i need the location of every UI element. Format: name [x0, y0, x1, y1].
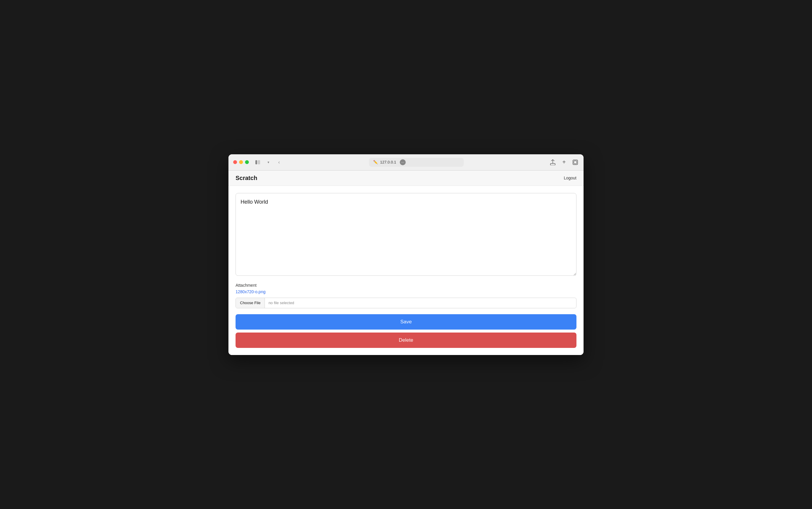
- logout-button[interactable]: Logout: [564, 176, 576, 180]
- more-button[interactable]: ···: [400, 159, 406, 165]
- save-button[interactable]: Save: [236, 314, 576, 330]
- svg-rect-0: [255, 160, 257, 164]
- share-button[interactable]: [549, 159, 556, 166]
- new-tab-button[interactable]: +: [560, 159, 568, 166]
- browser-controls: ▾ ‹: [254, 159, 283, 166]
- browser-actions: +: [549, 159, 579, 166]
- sidebar-toggle-button[interactable]: [254, 159, 262, 166]
- delete-button[interactable]: Delete: [236, 333, 576, 348]
- svg-rect-3: [574, 161, 577, 164]
- minimize-button[interactable]: [239, 160, 243, 164]
- url-text: 127.0.0.1: [380, 160, 396, 164]
- note-textarea[interactable]: Hello World: [236, 193, 576, 276]
- edit-icon: ✏️: [373, 160, 378, 164]
- close-button[interactable]: [233, 160, 237, 164]
- nav-bar: Scratch Logout: [228, 171, 584, 186]
- address-bar: ✏️ 127.0.0.1 ···: [287, 158, 546, 167]
- sidebar-chevron-button[interactable]: ▾: [264, 159, 273, 166]
- svg-rect-1: [258, 160, 260, 164]
- browser-chrome: ▾ ‹ ✏️ 127.0.0.1 ··· +: [228, 154, 584, 171]
- tabs-button[interactable]: [572, 159, 579, 166]
- no-file-label: no file selected: [265, 301, 298, 305]
- back-button[interactable]: ‹: [275, 159, 283, 166]
- app-content: Scratch Logout Hello World Attachment 12…: [228, 171, 584, 355]
- file-input-wrapper: Choose File no file selected: [236, 298, 576, 308]
- app-title: Scratch: [236, 175, 257, 181]
- traffic-lights: [233, 160, 249, 164]
- attachment-section: Attachment 1280x720-o.png Choose File no…: [236, 283, 576, 308]
- maximize-button[interactable]: [245, 160, 249, 164]
- browser-window: ▾ ‹ ✏️ 127.0.0.1 ··· +: [228, 154, 584, 355]
- address-bar-inner[interactable]: ✏️ 127.0.0.1 ···: [369, 158, 464, 167]
- choose-file-button[interactable]: Choose File: [236, 298, 265, 308]
- attachment-label: Attachment: [236, 283, 576, 287]
- attachment-link[interactable]: 1280x720-o.png: [236, 290, 576, 294]
- main-content: Hello World Attachment 1280x720-o.png Ch…: [228, 186, 584, 355]
